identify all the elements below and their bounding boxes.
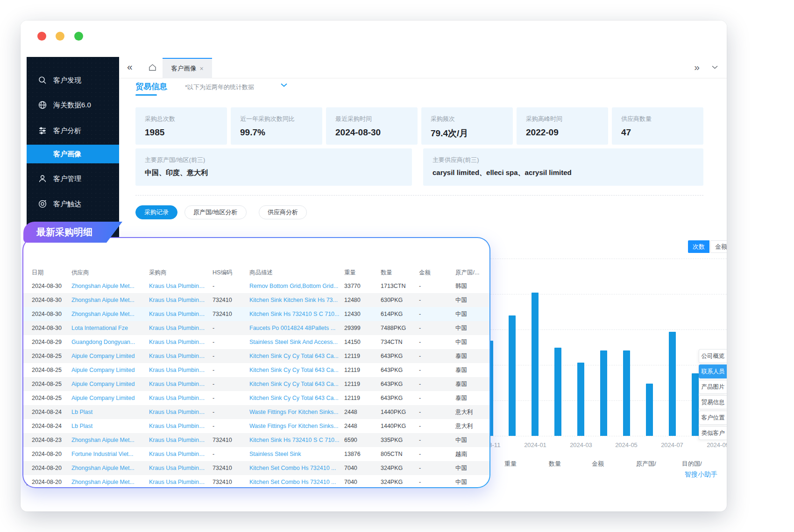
table-cell[interactable]: Kraus Usa Plumbing Llc xyxy=(149,437,213,443)
chart-bar-2024-03[interactable] xyxy=(577,363,584,436)
table-row[interactable]: 2024-08-20Zhongshan Aipule Met...Kraus U… xyxy=(23,475,489,487)
chart-bar-2024-02[interactable] xyxy=(554,348,561,436)
table-cell[interactable]: Kitchen Sink Kitchen Sink Hs 73... xyxy=(249,297,344,303)
table-row[interactable]: 2024-08-25Aipule Company LimitedKraus Us… xyxy=(23,391,489,405)
table-cell[interactable]: Kraus Usa Plumbing Llc xyxy=(149,395,213,401)
ai-assistant-link[interactable]: 智搜小助手 xyxy=(685,470,717,479)
table-cell[interactable]: Fortune Industrial Viet... xyxy=(71,451,149,457)
table-cell[interactable]: Aipule Company Limited xyxy=(71,381,149,387)
sidebar-item-label: 客户分析 xyxy=(53,126,81,135)
section-menu-tab-3[interactable]: 贸易信息 xyxy=(699,395,727,409)
chart-toggle-count[interactable]: 次数 xyxy=(688,240,709,253)
table-cell[interactable]: Kraus Usa Plumbing Llc xyxy=(149,311,213,317)
table-cell[interactable]: Lb Plast xyxy=(71,423,149,429)
home-icon[interactable] xyxy=(148,63,157,72)
table-cell[interactable]: Kraus Usa Plumbing Llc xyxy=(149,479,213,485)
table-row[interactable]: 2024-08-30Zhongshan Aipule Met...Kraus U… xyxy=(23,279,489,293)
table-cell[interactable]: Kraus Usa Plumbing, Llc xyxy=(149,409,213,415)
table-cell[interactable]: Remov Bottom Grid,Bottom Grid... xyxy=(249,283,344,289)
chart-toggle-amount[interactable]: 金额 xyxy=(710,240,727,253)
expand-tabs-icon[interactable]: » xyxy=(694,62,700,73)
section-menu-tab-0[interactable]: 公司概览 xyxy=(699,349,727,363)
table-cell: 越南 xyxy=(455,450,489,458)
table-cell[interactable]: Kitchen Sink Cy Cy Total 643 Ca... xyxy=(249,367,344,373)
table-cell[interactable]: Zhongshan Aipule Met... xyxy=(71,297,149,303)
table-cell[interactable]: Zhongshan Aipule Met... xyxy=(71,465,149,471)
table-cell[interactable]: Guangdong Dongyuan... xyxy=(71,339,149,345)
table-cell[interactable]: Kitchen Set Combo Hs 732410 ... xyxy=(249,479,344,485)
chart-bar-2024-07[interactable] xyxy=(669,332,676,436)
section-menu-tab-1[interactable]: 联系人员 xyxy=(699,364,727,378)
sidebar-item-2[interactable]: 客户分析 xyxy=(27,121,119,140)
tab-close-icon[interactable]: × xyxy=(199,65,203,72)
chart-bar-2023-12[interactable] xyxy=(509,315,516,436)
table-row[interactable]: 2024-08-20Zhongshan Aipule Met...Kraus U… xyxy=(23,461,489,475)
section-menu-tab-5[interactable]: 类似客户 xyxy=(699,426,727,440)
table-cell[interactable]: Kraus Usa Plumbing Llc xyxy=(149,353,213,359)
table-row[interactable]: 2024-08-24Lb PlastKraus Usa Plumbing, Ll… xyxy=(23,419,489,433)
table-cell[interactable]: Kitchen Sink Hs 732410 S C 710... xyxy=(249,437,344,443)
table-cell[interactable]: Kraus Usa Plumbing Llc xyxy=(149,297,213,303)
table-cell[interactable]: Zhongshan Aipule Met... xyxy=(71,311,149,317)
sidebar-item-3[interactable]: 客户画像 xyxy=(27,145,119,163)
table-row[interactable]: 2024-08-30Zhongshan Aipule Met...Kraus U… xyxy=(23,293,489,307)
maximize-window-button[interactable] xyxy=(74,32,83,41)
table-row[interactable]: 2024-08-25Aipule Company LimitedKraus Us… xyxy=(23,377,489,391)
section-collapse-chevron-icon[interactable] xyxy=(280,83,288,88)
table-cell[interactable]: Kraus Usa Plumbing Llc xyxy=(149,325,213,331)
table-cell[interactable]: Kitchen Set Combo Hs 732410 ... xyxy=(249,465,344,471)
chevron-down-icon[interactable] xyxy=(711,65,718,70)
sidebar-item-0[interactable]: 客户发现 xyxy=(27,71,119,90)
analysis-pill-1[interactable]: 原产国/地区分析 xyxy=(184,205,247,219)
table-cell[interactable]: Aipule Company Limited xyxy=(71,395,149,401)
sidebar-item-4[interactable]: 客户管理 xyxy=(27,169,119,188)
table-row[interactable]: 2024-08-29Guangdong Dongyuan...Kraus Usa… xyxy=(23,335,489,349)
sidebar-item-5[interactable]: 客户触达 xyxy=(27,195,119,213)
table-cell[interactable]: Zhongshan Aipule Met... xyxy=(71,479,149,485)
table-row[interactable]: 2024-08-20Fortune Industrial Viet...Krau… xyxy=(23,447,489,461)
table-cell[interactable]: Aipule Company Limited xyxy=(71,353,149,359)
chart-bar-2024-06[interactable] xyxy=(646,384,653,436)
tab-customer-portrait[interactable]: 客户画像 × xyxy=(163,58,212,78)
table-cell[interactable]: Stainless Steel Sink And Access... xyxy=(249,339,344,345)
table-cell[interactable]: Kitchen Sink Cy Cy Total 643 Ca... xyxy=(249,395,344,401)
sidebar-item-1[interactable]: 海关数据6.0 xyxy=(27,96,119,114)
table-cell[interactable]: Kraus Usa Plumbing Llc xyxy=(149,339,213,345)
table-cell[interactable]: Kraus Usa Plumbing Llc xyxy=(149,367,213,373)
table-cell[interactable]: Kraus Usa Plumbing Llc xyxy=(149,451,213,457)
table-cell[interactable]: Kraus Usa Plumbing Llc xyxy=(149,465,213,471)
table-cell[interactable]: Zhongshan Aipule Met... xyxy=(71,437,149,443)
section-menu-tab-4[interactable]: 客户位置 xyxy=(699,411,727,425)
table-cell[interactable]: Kraus Usa Plumbing, Llc xyxy=(149,423,213,429)
chart-bar-2024-04[interactable] xyxy=(600,350,607,436)
table-cell[interactable]: Zhongshan Aipule Met... xyxy=(71,283,149,289)
chart-bar-2024-05[interactable] xyxy=(623,350,630,436)
close-window-button[interactable] xyxy=(37,32,46,41)
table-row[interactable]: 2024-08-25Aipule Company LimitedKraus Us… xyxy=(23,363,489,377)
collapse-sidebar-icon[interactable]: « xyxy=(127,61,133,72)
table-cell[interactable]: Aipule Company Limited xyxy=(71,367,149,373)
table-cell[interactable]: Kraus Usa Plumbing Llc xyxy=(149,283,213,289)
table-cell[interactable]: Kitchen Sink Cy Cy Total 643 Ca... xyxy=(249,353,344,359)
table-cell[interactable]: Stainless Steel Sink xyxy=(249,451,344,457)
table-row[interactable]: 2024-08-25Aipule Company LimitedKraus Us… xyxy=(23,349,489,363)
chart-bar-2024-01[interactable] xyxy=(532,293,539,436)
table-cell[interactable]: Waste Fittings For Kitchen Sinks... xyxy=(249,423,344,429)
table-cell[interactable]: Kitchen Sink Hs 732410 S C 710... xyxy=(249,311,344,317)
table-cell[interactable]: Kitchen Sink Cy Cy Total 643 Ca... xyxy=(249,381,344,387)
minimize-window-button[interactable] xyxy=(56,32,64,41)
table-cell[interactable]: Faucets Po 0014824 48Pallets ... xyxy=(249,325,344,331)
table-row[interactable]: 2024-08-24Lb PlastKraus Usa Plumbing, Ll… xyxy=(23,405,489,419)
table-cell[interactable]: Waste Fittings For Kitchen Sinks... xyxy=(249,409,344,415)
section-menu-tab-2[interactable]: 产品图片 xyxy=(699,380,727,394)
table-cell: 6590 xyxy=(344,437,381,443)
chart-bar-2024-08[interactable] xyxy=(692,373,699,436)
analysis-pill-2[interactable]: 供应商分析 xyxy=(259,205,307,219)
table-cell[interactable]: Kraus Usa Plumbing Llc xyxy=(149,381,213,387)
table-cell[interactable]: Lota International Fze xyxy=(71,325,149,331)
table-row[interactable]: 2024-08-23Zhongshan Aipule Met...Kraus U… xyxy=(23,433,489,447)
table-cell[interactable]: Lb Plast xyxy=(71,409,149,415)
table-row[interactable]: 2024-08-30Lota International FzeKraus Us… xyxy=(23,321,489,335)
analysis-pill-0[interactable]: 采购记录 xyxy=(135,205,177,219)
table-row[interactable]: 2024-08-30Zhongshan Aipule Met...Kraus U… xyxy=(23,307,489,321)
